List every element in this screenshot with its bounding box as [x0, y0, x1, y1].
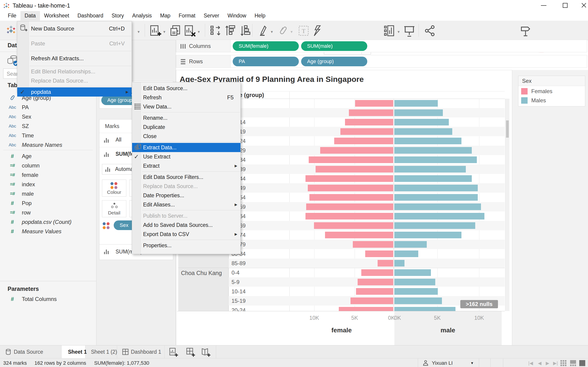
- menu-item-extract-data[interactable]: Extract Data...: [132, 143, 241, 152]
- detail-button[interactable]: Detail: [102, 200, 126, 217]
- menubar-item-story[interactable]: Story: [107, 11, 128, 20]
- menu-item-edit-data-source[interactable]: Edit Data Source...: [132, 84, 241, 93]
- tab-data-source[interactable]: Data Source: [0, 345, 61, 359]
- tooltip-icon[interactable]: [519, 25, 531, 37]
- male-bar[interactable]: [394, 222, 475, 229]
- field-index[interactable]: =#index: [0, 180, 96, 189]
- show-tabs-icon[interactable]: [561, 360, 566, 366]
- male-bar[interactable]: [394, 119, 449, 125]
- field-row[interactable]: =#row: [0, 208, 96, 217]
- highlight-pen-icon[interactable]: [257, 25, 269, 37]
- female-bar[interactable]: [355, 100, 393, 107]
- female-bar[interactable]: [305, 213, 393, 219]
- menu-item-rename[interactable]: Rename...: [132, 113, 241, 123]
- female-bar[interactable]: [325, 232, 393, 238]
- legend-entry-males[interactable]: Males: [519, 96, 585, 105]
- sort-ascending-icon[interactable]: [225, 25, 237, 37]
- new-story-button[interactable]: [201, 347, 213, 357]
- minimize-button[interactable]: [539, 3, 549, 8]
- field-male[interactable]: =#male: [0, 189, 96, 198]
- show-mark-labels-caret-icon[interactable]: ▼: [397, 30, 400, 34]
- field-measure-values[interactable]: #Measure Values: [0, 227, 96, 236]
- scrollbar-thumb[interactable]: [506, 120, 509, 138]
- female-bar[interactable]: [361, 269, 393, 276]
- male-bar[interactable]: [394, 298, 442, 304]
- male-bar[interactable]: [394, 288, 438, 295]
- female-bar[interactable]: [378, 260, 393, 267]
- female-bar[interactable]: [314, 222, 393, 229]
- menu-item-extract[interactable]: Extract▶: [132, 161, 241, 170]
- menubar-item-format[interactable]: Format: [174, 11, 199, 20]
- previous-sheet-icon[interactable]: ◀: [538, 360, 541, 366]
- female-bar[interactable]: [309, 194, 393, 201]
- age-group-label[interactable]: 85-89: [232, 260, 246, 267]
- female-bar[interactable]: [334, 138, 393, 144]
- new-dashboard-button[interactable]: [185, 347, 197, 357]
- female-bar[interactable]: [305, 175, 393, 182]
- clear-sheet-icon[interactable]: [184, 25, 196, 37]
- male-bar[interactable]: [394, 128, 452, 135]
- male-bar[interactable]: [394, 250, 418, 257]
- menu-item-date-properties[interactable]: Date Properties...: [132, 191, 241, 200]
- pill-sum-male[interactable]: SUM(male): [301, 41, 367, 51]
- presentation-mode-icon[interactable]: [403, 25, 415, 37]
- highlight-caret-icon[interactable]: ▼: [270, 30, 274, 34]
- redo-caret-icon[interactable]: ▼: [137, 30, 140, 34]
- menubar-item-dashboard[interactable]: Dashboard: [73, 11, 107, 20]
- sex-legend[interactable]: Sex FemalesMales: [518, 76, 585, 106]
- field-popdata-csv-count[interactable]: #popdata.csv (Count): [0, 217, 96, 227]
- tab-sheet-1[interactable]: Sheet 1: [61, 345, 86, 359]
- female-axis-title[interactable]: female: [331, 327, 352, 334]
- field-measure-names[interactable]: AbcMeasure Names: [0, 140, 96, 150]
- female-bar[interactable]: [316, 166, 393, 173]
- field-pop[interactable]: #Pop: [0, 198, 96, 208]
- menu-item-new-data-source[interactable]: New Data SourceCtrl+D: [17, 22, 132, 35]
- legend-entry-females[interactable]: Females: [519, 87, 585, 96]
- new-worksheet-button[interactable]: [168, 347, 180, 357]
- age-group-label[interactable]: 10-14: [232, 288, 246, 295]
- field-sz[interactable]: AbcSZ: [0, 121, 96, 131]
- female-bar[interactable]: [365, 250, 393, 257]
- female-bar[interactable]: [308, 185, 393, 191]
- new-worksheet-icon[interactable]: [149, 25, 161, 37]
- tab-sheet-1-2[interactable]: Sheet 1 (2): [86, 345, 117, 359]
- age-group-label[interactable]: 5-9: [232, 279, 240, 285]
- menubar-item-worksheet[interactable]: Worksheet: [40, 11, 73, 20]
- menu-item-popdata[interactable]: popdata✓▶: [17, 87, 132, 97]
- field-total-columns[interactable]: #Total Columns: [0, 294, 96, 304]
- female-bar[interactable]: [349, 109, 393, 116]
- male-bar[interactable]: [394, 166, 466, 173]
- male-bar[interactable]: [394, 241, 427, 248]
- age-group-label[interactable]: 20-24: [232, 307, 246, 311]
- first-sheet-icon[interactable]: |◀: [528, 360, 533, 366]
- menu-item-view-data[interactable]: View Data...: [132, 102, 241, 111]
- menubar-item-analysis[interactable]: Analysis: [128, 11, 156, 20]
- pill-pa[interactable]: PA: [233, 57, 299, 66]
- field-female[interactable]: =#female: [0, 170, 96, 180]
- field-time[interactable]: AbcTime: [0, 131, 96, 140]
- duplicate-sheet-icon[interactable]: [170, 25, 182, 37]
- menu-item-use-extract[interactable]: Use Extract✓: [132, 152, 241, 161]
- last-sheet-icon[interactable]: ▶|: [553, 360, 558, 366]
- user-caret-icon[interactable]: ▼: [470, 361, 474, 365]
- menu-item-edit-aliases[interactable]: Edit Aliases...▶: [132, 200, 241, 209]
- menu-item-add-to-saved-data-sources[interactable]: Add to Saved Data Sources...: [132, 220, 241, 230]
- male-bar[interactable]: [394, 203, 481, 210]
- menu-item-refresh-all-extracts[interactable]: Refresh All Extracts...: [17, 52, 132, 65]
- male-bar[interactable]: [394, 109, 443, 116]
- fix-axes-icon[interactable]: [311, 25, 322, 37]
- nulls-indicator-badge[interactable]: >162 nulls: [460, 300, 498, 308]
- male-bar[interactable]: [394, 213, 484, 219]
- female-bar[interactable]: [356, 288, 393, 295]
- male-bar[interactable]: [394, 232, 461, 238]
- field-pa[interactable]: AbcPA: [0, 102, 96, 112]
- male-bar[interactable]: [394, 147, 472, 154]
- clear-sheet-caret-icon[interactable]: ▼: [197, 30, 200, 34]
- tab-dashboard-1[interactable]: Dashboard 1: [117, 345, 165, 359]
- field-column[interactable]: =#column: [0, 161, 96, 170]
- show-filmstrip-icon[interactable]: [570, 360, 576, 366]
- female-bar[interactable]: [345, 119, 393, 125]
- female-bar[interactable]: [353, 241, 393, 248]
- menu-item-duplicate[interactable]: Duplicate: [132, 123, 241, 132]
- male-bar[interactable]: [394, 279, 435, 285]
